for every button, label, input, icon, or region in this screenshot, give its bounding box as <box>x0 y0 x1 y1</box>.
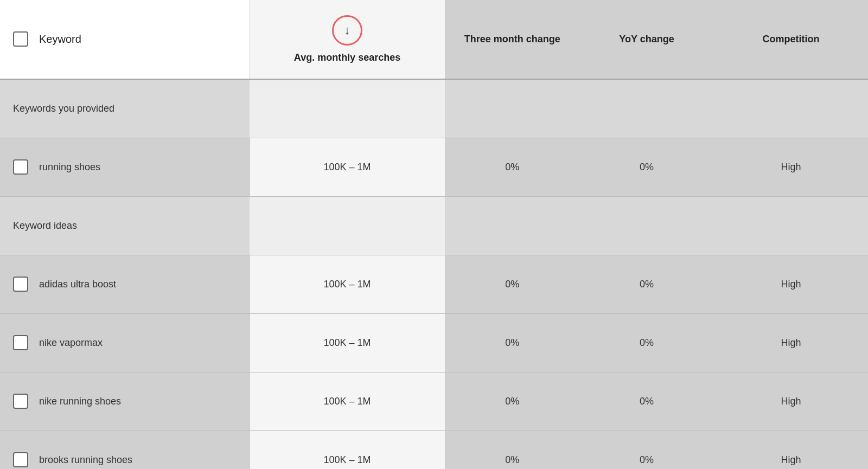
table-row: brooks running shoes100K – 1M0%0%High <box>0 431 868 469</box>
keyword-cell-brooks-running-shoes: brooks running shoes <box>0 431 250 469</box>
three-month-change-label: Three month change <box>464 34 560 44</box>
keyword-table-container: Keyword ↓ Avg. monthly searches Three mo… <box>0 0 868 469</box>
yoy-change-value-nike-running-shoes: 0% <box>640 396 654 407</box>
competition-label: Competition <box>763 34 820 44</box>
avg-searches-value-nike-vapormax: 100K – 1M <box>323 337 371 348</box>
avg-searches-adidas-ultra-boost: 100K – 1M <box>250 255 445 313</box>
section-comp-keyword-ideas <box>714 196 868 255</box>
yoy-change-header: YoY change <box>579 0 714 79</box>
competition-value-nike-running-shoes: High <box>781 396 801 407</box>
avg-searches-brooks-running-shoes: 100K – 1M <box>250 431 445 469</box>
row-checkbox-brooks-running-shoes[interactable] <box>13 452 28 467</box>
keyword-text-brooks-running-shoes: brooks running shoes <box>39 454 132 466</box>
table-row: adidas ultra boost100K – 1M0%0%High <box>0 255 868 313</box>
three-month-value-nike-running-shoes: 0% <box>505 396 519 407</box>
keyword-text-running-shoes: running shoes <box>39 162 100 173</box>
yoy-change-label: YoY change <box>619 34 674 44</box>
competition-value-brooks-running-shoes: High <box>781 454 801 465</box>
avg-searches-nike-vapormax: 100K – 1M <box>250 313 445 372</box>
section-three-keyword-ideas <box>445 196 579 255</box>
competition-brooks-running-shoes: High <box>714 431 868 469</box>
row-checkbox-running-shoes[interactable] <box>13 159 28 175</box>
keyword-cell-nike-running-shoes: nike running shoes <box>0 372 250 431</box>
three-month-value-nike-vapormax: 0% <box>505 337 519 348</box>
three-month-nike-running-shoes: 0% <box>445 372 579 431</box>
section-header-keyword-ideas: Keyword ideas <box>0 196 868 255</box>
keyword-cell-nike-vapormax: nike vapormax <box>0 313 250 372</box>
yoy-change-adidas-ultra-boost: 0% <box>579 255 714 313</box>
table-header-row: Keyword ↓ Avg. monthly searches Three mo… <box>0 0 868 79</box>
yoy-change-value-running-shoes: 0% <box>640 162 654 172</box>
yoy-change-value-nike-vapormax: 0% <box>640 337 654 348</box>
avg-searches-value-brooks-running-shoes: 100K – 1M <box>323 454 371 465</box>
competition-value-adidas-ultra-boost: High <box>781 279 801 290</box>
keyword-header-label: Keyword <box>39 33 81 46</box>
yoy-change-value-adidas-ultra-boost: 0% <box>640 279 654 290</box>
section-avg-keyword-ideas <box>250 196 445 255</box>
three-month-adidas-ultra-boost: 0% <box>445 255 579 313</box>
header-checkbox[interactable] <box>13 31 28 47</box>
yoy-change-brooks-running-shoes: 0% <box>579 431 714 469</box>
section-comp-keywords-you-provided <box>714 79 868 138</box>
three-month-brooks-running-shoes: 0% <box>445 431 579 469</box>
competition-nike-vapormax: High <box>714 313 868 372</box>
yoy-change-nike-vapormax: 0% <box>579 313 714 372</box>
section-label-keyword-ideas: Keyword ideas <box>0 196 250 255</box>
competition-running-shoes: High <box>714 138 868 196</box>
three-month-nike-vapormax: 0% <box>445 313 579 372</box>
avg-searches-value-adidas-ultra-boost: 100K – 1M <box>323 279 371 290</box>
avg-searches-value-running-shoes: 100K – 1M <box>323 162 371 172</box>
three-month-running-shoes: 0% <box>445 138 579 196</box>
table-row: nike running shoes100K – 1M0%0%High <box>0 372 868 431</box>
three-month-change-header: Three month change <box>445 0 579 79</box>
section-three-keywords-you-provided <box>445 79 579 138</box>
keyword-text-nike-running-shoes: nike running shoes <box>39 396 121 407</box>
competition-nike-running-shoes: High <box>714 372 868 431</box>
yoy-change-value-brooks-running-shoes: 0% <box>640 454 654 465</box>
three-month-value-adidas-ultra-boost: 0% <box>505 279 519 290</box>
avg-searches-value-nike-running-shoes: 100K – 1M <box>323 396 371 407</box>
avg-monthly-searches-header[interactable]: ↓ Avg. monthly searches <box>250 0 445 79</box>
table-row: running shoes100K – 1M0%0%High <box>0 138 868 196</box>
keyword-text-nike-vapormax: nike vapormax <box>39 337 103 349</box>
keyword-cell-adidas-ultra-boost: adidas ultra boost <box>0 255 250 313</box>
avg-monthly-searches-label: Avg. monthly searches <box>294 52 400 63</box>
avg-searches-running-shoes: 100K – 1M <box>250 138 445 196</box>
avg-searches-nike-running-shoes: 100K – 1M <box>250 372 445 431</box>
section-label-keywords-you-provided: Keywords you provided <box>0 79 250 138</box>
section-avg-keywords-you-provided <box>250 79 445 138</box>
competition-value-running-shoes: High <box>781 162 801 172</box>
yoy-change-nike-running-shoes: 0% <box>579 372 714 431</box>
section-header-keywords-you-provided: Keywords you provided <box>0 79 868 138</box>
section-yoy-keywords-you-provided <box>579 79 714 138</box>
table-row: nike vapormax100K – 1M0%0%High <box>0 313 868 372</box>
competition-value-nike-vapormax: High <box>781 337 801 348</box>
row-checkbox-nike-running-shoes[interactable] <box>13 394 28 409</box>
row-checkbox-adidas-ultra-boost[interactable] <box>13 277 28 292</box>
keyword-table: Keyword ↓ Avg. monthly searches Three mo… <box>0 0 868 469</box>
competition-header: Competition <box>714 0 868 79</box>
sort-descending-icon[interactable]: ↓ <box>332 15 362 46</box>
competition-adidas-ultra-boost: High <box>714 255 868 313</box>
three-month-value-running-shoes: 0% <box>505 162 519 172</box>
three-month-value-brooks-running-shoes: 0% <box>505 454 519 465</box>
section-yoy-keyword-ideas <box>579 196 714 255</box>
row-checkbox-nike-vapormax[interactable] <box>13 335 28 350</box>
keyword-cell-running-shoes: running shoes <box>0 138 250 196</box>
yoy-change-running-shoes: 0% <box>579 138 714 196</box>
keyword-text-adidas-ultra-boost: adidas ultra boost <box>39 279 116 290</box>
keyword-column-header: Keyword <box>0 0 250 79</box>
